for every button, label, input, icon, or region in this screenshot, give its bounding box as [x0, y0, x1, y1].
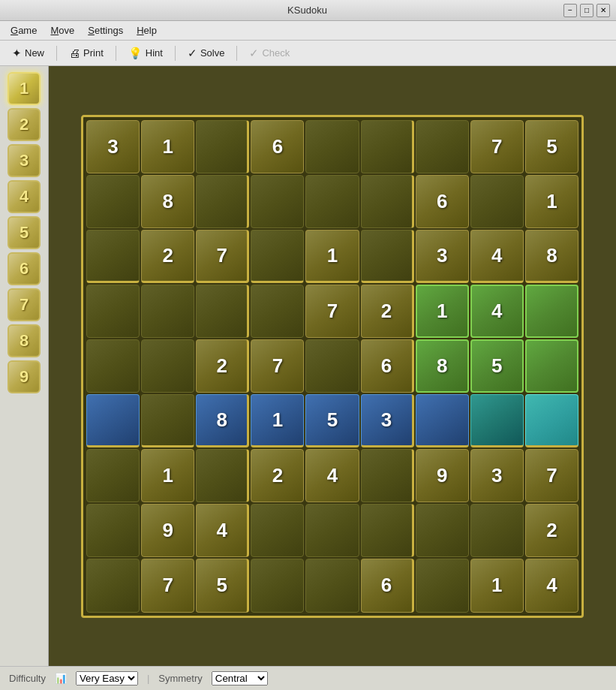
menu-move[interactable]: Move	[44, 23, 80, 38]
cell-1-0[interactable]	[86, 175, 140, 228]
cell-2-7[interactable]: 4	[470, 230, 524, 283]
cell-5-2[interactable]: 8	[196, 394, 249, 447]
cell-4-8[interactable]	[525, 339, 578, 393]
cell-3-8[interactable]	[525, 285, 578, 338]
cell-8-0[interactable]	[86, 559, 140, 612]
cell-5-7[interactable]	[470, 394, 524, 447]
number-button-6[interactable]: 6	[8, 252, 41, 285]
cell-4-1[interactable]	[141, 339, 194, 393]
cell-8-7[interactable]: 1	[470, 559, 524, 612]
cell-0-3[interactable]: 6	[251, 120, 304, 173]
cell-3-3[interactable]	[251, 285, 304, 338]
cell-7-2[interactable]: 4	[196, 504, 249, 557]
cell-0-1[interactable]: 1	[141, 120, 194, 173]
cell-4-7[interactable]: 5	[470, 339, 524, 393]
new-button[interactable]: ✦ New	[6, 44, 50, 62]
cell-0-2[interactable]	[196, 120, 249, 173]
cell-5-8[interactable]	[525, 394, 578, 447]
cell-8-5[interactable]: 6	[361, 559, 414, 612]
cell-3-4[interactable]: 7	[305, 285, 359, 338]
cell-0-0[interactable]: 3	[86, 120, 140, 173]
menu-settings[interactable]: Settings	[82, 23, 129, 38]
number-button-4[interactable]: 4	[8, 180, 41, 213]
cell-2-4[interactable]: 1	[305, 230, 359, 283]
cell-8-4[interactable]	[305, 559, 359, 612]
cell-7-8[interactable]: 2	[525, 504, 578, 557]
number-button-8[interactable]: 8	[8, 324, 41, 357]
cell-2-8[interactable]: 8	[525, 230, 578, 283]
maximize-button[interactable]: □	[580, 4, 593, 17]
solve-button[interactable]: ✓ Solve	[182, 44, 231, 62]
cell-7-4[interactable]	[305, 504, 359, 557]
cell-0-8[interactable]: 5	[525, 120, 578, 173]
cell-8-6[interactable]	[416, 559, 469, 612]
cell-4-6[interactable]: 8	[416, 339, 469, 393]
cell-5-6[interactable]	[416, 394, 469, 447]
cell-0-7[interactable]: 7	[470, 120, 524, 173]
cell-6-6[interactable]: 9	[416, 449, 469, 502]
cell-7-6[interactable]	[416, 504, 469, 557]
cell-6-2[interactable]	[196, 449, 249, 502]
cell-4-4[interactable]	[305, 339, 359, 393]
cell-5-4[interactable]: 5	[305, 394, 359, 447]
number-button-9[interactable]: 9	[8, 360, 41, 393]
cell-7-5[interactable]	[361, 504, 414, 557]
cell-8-3[interactable]	[251, 559, 304, 612]
cell-6-8[interactable]: 7	[525, 449, 578, 502]
cell-0-5[interactable]	[361, 120, 414, 173]
cell-8-8[interactable]: 4	[525, 559, 578, 612]
cell-1-5[interactable]	[361, 175, 414, 228]
cell-5-3[interactable]: 1	[251, 394, 304, 447]
cell-2-1[interactable]: 2	[141, 230, 194, 283]
cell-2-3[interactable]	[251, 230, 304, 283]
number-button-3[interactable]: 3	[8, 144, 41, 177]
symmetry-select[interactable]: Central None Diagonal	[212, 671, 268, 685]
cell-3-5[interactable]: 2	[361, 285, 414, 338]
cell-4-2[interactable]: 2	[196, 339, 249, 393]
number-button-2[interactable]: 2	[8, 108, 41, 141]
number-button-7[interactable]: 7	[8, 288, 41, 321]
cell-4-5[interactable]: 6	[361, 339, 414, 393]
cell-0-6[interactable]	[416, 120, 469, 173]
window-controls[interactable]: − □ ✕	[563, 4, 610, 17]
cell-6-5[interactable]	[361, 449, 414, 502]
cell-8-2[interactable]: 5	[196, 559, 249, 612]
menu-help[interactable]: Help	[131, 23, 163, 38]
cell-1-1[interactable]: 8	[141, 175, 194, 228]
cell-2-0[interactable]	[86, 230, 140, 283]
cell-5-0[interactable]	[86, 394, 140, 447]
cell-1-3[interactable]	[251, 175, 304, 228]
hint-button[interactable]: 💡 Hint	[122, 44, 169, 62]
cell-6-1[interactable]: 1	[141, 449, 194, 502]
cell-8-1[interactable]: 7	[141, 559, 194, 612]
cell-4-3[interactable]: 7	[251, 339, 304, 393]
difficulty-select[interactable]: Very Easy Easy Medium Hard Expert	[76, 671, 138, 685]
cell-1-2[interactable]	[196, 175, 249, 228]
cell-3-2[interactable]	[196, 285, 249, 338]
cell-3-1[interactable]	[141, 285, 194, 338]
cell-0-4[interactable]	[305, 120, 359, 173]
cell-4-0[interactable]	[86, 339, 140, 393]
cell-3-6[interactable]: 1	[416, 285, 469, 338]
cell-6-3[interactable]: 2	[251, 449, 304, 502]
cell-1-4[interactable]	[305, 175, 359, 228]
cell-6-7[interactable]: 3	[470, 449, 524, 502]
cell-3-0[interactable]	[86, 285, 140, 338]
cell-2-2[interactable]: 7	[196, 230, 249, 283]
cell-1-7[interactable]	[470, 175, 524, 228]
cell-7-7[interactable]	[470, 504, 524, 557]
check-button[interactable]: ✓ Check	[243, 44, 296, 62]
number-button-1[interactable]: 1	[8, 72, 41, 105]
cell-1-8[interactable]: 1	[525, 175, 578, 228]
cell-7-0[interactable]	[86, 504, 140, 557]
cell-6-0[interactable]	[86, 449, 140, 502]
cell-3-7[interactable]: 4	[470, 285, 524, 338]
menu-game[interactable]: Game	[5, 23, 43, 38]
number-button-5[interactable]: 5	[8, 216, 41, 249]
cell-7-3[interactable]	[251, 504, 304, 557]
cell-7-1[interactable]: 9	[141, 504, 194, 557]
minimize-button[interactable]: −	[563, 4, 577, 17]
close-button[interactable]: ✕	[596, 4, 610, 17]
cell-5-5[interactable]: 3	[361, 394, 414, 447]
print-button[interactable]: 🖨 Print	[63, 44, 110, 62]
